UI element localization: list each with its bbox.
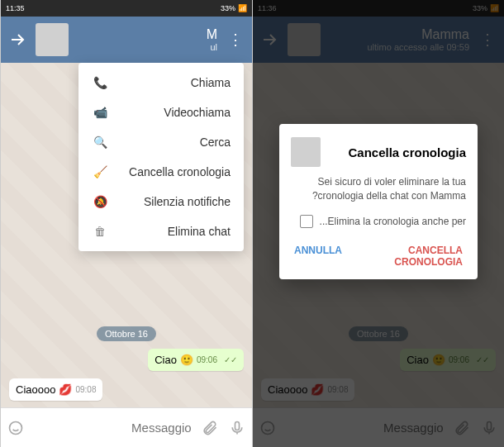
dialog-body: Sei sicuro di voler eliminare la tua cro… xyxy=(291,175,466,203)
video-icon: 📹 xyxy=(92,106,108,119)
menu-item-search[interactable]: Cerca🔍 xyxy=(78,127,244,157)
status-icons: 📶 xyxy=(238,4,247,12)
msg-time: 09:06 xyxy=(197,355,217,364)
checkbox-icon xyxy=(300,215,313,228)
battery: 33% xyxy=(221,4,235,12)
back-button[interactable] xyxy=(7,30,27,50)
menu-item-phone[interactable]: Chiama📞 xyxy=(78,68,244,97)
menu-label: Videochiama xyxy=(120,106,231,119)
more-menu-button[interactable]: ⋮ xyxy=(226,30,245,50)
clock: 11:35 xyxy=(6,4,25,12)
mute-icon: 🔕 xyxy=(92,195,108,208)
emoji-icon[interactable] xyxy=(7,418,25,438)
broom-icon: 🧹 xyxy=(92,165,108,178)
date-label: 16 Ottobre xyxy=(97,326,156,341)
screen-left: 📶33% 11:36 ⋮ Mamma ultimo accesso alle 0… xyxy=(252,0,504,447)
menu-item-video[interactable]: Videochiama📹 xyxy=(78,97,244,127)
input-bar xyxy=(1,407,252,447)
cancel-button[interactable]: ANNULLA xyxy=(291,240,345,273)
menu-label: Silenzia notifiche xyxy=(120,195,231,208)
svg-point-3 xyxy=(10,421,22,434)
chat-header: ⋮ M ul xyxy=(1,17,252,63)
menu-label: Cancella cronologia xyxy=(120,165,231,178)
emoji: 🙂 xyxy=(180,354,193,366)
dialog-title: Cancella cronologia xyxy=(329,145,466,159)
menu-item-mute[interactable]: Silenzia notifiche🔕 xyxy=(78,187,244,216)
screen-right: 📶33% 11:35 ⋮ M ul 16 Ottobre ✓✓ 09:06 🙂 … xyxy=(0,0,252,447)
menu-label: Elimina chat xyxy=(120,225,231,238)
checkbox-label: Elimina la cronologia anche per... xyxy=(320,216,466,227)
msg-time: 09:08 xyxy=(75,385,96,394)
svg-rect-2 xyxy=(235,421,239,430)
confirm-button[interactable]: CANCELLA CRONOLOGIA xyxy=(357,240,466,273)
menu-item-trash[interactable]: Elimina chat🗑 xyxy=(78,216,244,246)
search-icon: 🔍 xyxy=(92,136,108,149)
also-delete-checkbox[interactable]: Elimina la cronologia anche per... xyxy=(291,215,466,228)
message-outgoing[interactable]: ✓✓ 09:06 🙂 Ciao xyxy=(148,349,244,371)
dialog-avatar xyxy=(291,137,321,167)
phone-icon: 📞 xyxy=(92,76,108,89)
menu-label: Chiama xyxy=(120,76,231,89)
read-checks-icon: ✓✓ xyxy=(224,355,237,364)
msg-text: Ciao xyxy=(155,354,177,366)
mic-icon[interactable] xyxy=(228,418,245,438)
context-menu: Chiama📞Videochiama📹Cerca🔍Cancella cronol… xyxy=(78,63,244,251)
confirm-dialog: Cancella cronologia Sei sicuro di voler … xyxy=(279,124,478,279)
contact-name[interactable]: M xyxy=(77,27,217,42)
trash-icon: 🗑 xyxy=(92,225,108,238)
msg-text: Ciaoooo xyxy=(16,383,55,396)
message-input[interactable] xyxy=(35,421,192,435)
attach-icon[interactable] xyxy=(202,418,219,438)
avatar[interactable] xyxy=(36,23,69,56)
status-bar: 📶33% 11:35 xyxy=(1,0,252,17)
message-incoming[interactable]: 09:08 💋 Ciaoooo xyxy=(9,378,102,401)
menu-label: Cerca xyxy=(120,136,231,149)
menu-item-broom[interactable]: Cancella cronologia🧹 xyxy=(78,157,244,187)
emoji: 💋 xyxy=(59,383,72,396)
contact-status: ul xyxy=(77,42,217,52)
